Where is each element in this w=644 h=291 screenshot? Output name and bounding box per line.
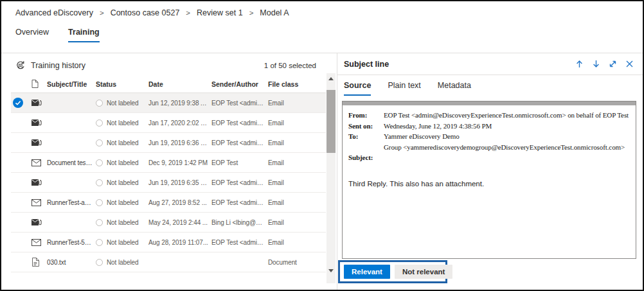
tab-training[interactable]: Training (68, 28, 100, 42)
up-arrow-icon[interactable] (575, 59, 584, 69)
breadcrumb-separator-icon: > (186, 9, 190, 17)
row-status-cell: Not labeled (96, 139, 148, 146)
row-date-cell: Dec 9, 2019 1:42 PM (148, 159, 211, 166)
row-subject-cell: 030.txt (47, 259, 96, 266)
table-row[interactable]: 030.txt Not labeled Document (11, 252, 326, 272)
row-file-type-cell (28, 139, 47, 146)
row-date-cell: Jan 17, 2020 2:02 PM (148, 119, 211, 127)
row-date-cell: Jun 12, 2019 9:38 A... (148, 100, 211, 107)
row-sender-cell: Bing Li <lbing@eDi... (211, 219, 268, 226)
file-icon (31, 80, 39, 88)
row-sender-cell: EOP Test <admin@... (211, 179, 268, 186)
training-history-icon (15, 60, 26, 71)
close-icon[interactable] (625, 59, 634, 69)
row-status-cell: Not labeled (96, 219, 148, 226)
row-file-type-cell (28, 258, 47, 267)
text-document-icon (31, 258, 39, 267)
row-subject-cell: RunnerTest-a54337... (47, 199, 96, 206)
table-row[interactable]: Not labeled Jun 19, 2019 6:36 PM EOP Tes… (11, 133, 326, 153)
table-row[interactable]: Not labeled Jun 12, 2019 9:38 A... EOP T… (11, 93, 326, 113)
column-file-class[interactable]: File class (268, 80, 326, 88)
row-date-cell: May 24, 2019 2:44 ... (148, 219, 211, 226)
list-title: Training history (31, 61, 85, 70)
email-subject-label: Subject: (348, 152, 382, 163)
row-date-cell: Aug 27, 2019 8:52 ... (148, 199, 211, 206)
email-icon (31, 199, 41, 206)
list-scrollbar[interactable] (326, 73, 335, 283)
training-history-panel: Training history 1 of 50 selected Subjec… (1, 53, 337, 291)
row-sender-cell: EOP Test <admin@... (211, 119, 268, 127)
email-attachment-icon (31, 139, 42, 146)
row-date-cell: Jun 19, 2019 6:36 PM (148, 139, 211, 146)
scrollbar-down-button[interactable] (326, 266, 335, 276)
not-relevant-button[interactable]: Not relevant (395, 265, 452, 279)
viewer-header: Subject line (337, 53, 644, 75)
tab-source[interactable]: Source (344, 81, 371, 96)
tab-overview[interactable]: Overview (15, 28, 49, 42)
relevant-button[interactable]: Relevant (344, 265, 390, 279)
status-radio-icon (96, 119, 103, 127)
table-row[interactable]: Document test afte... Not labeled Dec 9,… (11, 153, 326, 173)
table-row[interactable]: Not labeled May 24, 2019 2:44 ... Bing L… (11, 213, 326, 233)
row-select-cell[interactable] (11, 98, 28, 108)
document-viewer-panel: Subject line Source Plain text Metadata (337, 53, 644, 291)
row-sender-cell: EOP Test <admin@... (211, 199, 268, 206)
row-file-class-cell: Email (268, 199, 326, 206)
status-radio-icon (96, 259, 103, 266)
row-file-type-cell (28, 179, 47, 186)
breadcrumb-item-case[interactable]: Contoso case 0527 (111, 8, 180, 17)
email-preview: From: EOP Test <admin@eDiscoveryExperien… (342, 101, 636, 259)
viewer-title: Subject line (344, 60, 389, 69)
scrollbar-up-button[interactable] (326, 74, 335, 84)
table-row[interactable]: RunnerTest-a54337... Not labeled Aug 27,… (11, 193, 326, 213)
row-sender-cell: EOP Test <admin@... (211, 239, 268, 246)
label-buttons-callout: Relevant Not relevant (338, 260, 447, 283)
breadcrumb-item-model[interactable]: Model A (260, 8, 289, 17)
scrollbar-thumb[interactable] (326, 90, 335, 153)
row-file-class-cell: Email (268, 139, 326, 146)
row-sender-cell: EOP Test <admin@... (211, 100, 268, 107)
row-file-class-cell: Email (268, 159, 326, 166)
email-attachment-icon (31, 218, 42, 226)
row-file-class-cell: Email (268, 239, 326, 246)
column-file-type[interactable] (28, 80, 47, 88)
table-row[interactable]: Not labeled Jan 17, 2020 2:02 PM EOP Tes… (11, 113, 326, 133)
tab-metadata[interactable]: Metadata (438, 81, 471, 96)
status-radio-icon (96, 100, 103, 107)
row-file-type-cell (28, 199, 47, 206)
expand-icon[interactable] (608, 59, 618, 69)
row-file-type-cell (28, 99, 47, 107)
breadcrumb-separator-icon: > (100, 9, 104, 17)
email-from-value: EOP Test <admin@eDiscoveryExperienceTest… (384, 110, 630, 121)
row-status-cell: Not labeled (96, 199, 148, 206)
breadcrumb-separator-icon: > (249, 9, 254, 17)
column-status[interactable]: Status (96, 80, 148, 88)
breadcrumb-item-advanced-ediscovery[interactable]: Advanced eDiscovery (15, 8, 93, 17)
breadcrumb-item-review-set[interactable]: Review set 1 (197, 8, 243, 17)
status-radio-icon (96, 199, 103, 206)
status-radio-icon (96, 179, 103, 186)
table-row[interactable]: RunnerTest-525a95... Not labeled Aug 28,… (11, 233, 326, 252)
column-subject-title[interactable]: Subject/Title (47, 80, 96, 88)
advanced-ediscovery-window: Advanced eDiscovery > Contoso case 0527 … (0, 0, 644, 291)
email-icon (31, 239, 41, 246)
row-file-type-cell (28, 239, 47, 246)
breadcrumb: Advanced eDiscovery > Contoso case 0527 … (15, 8, 289, 17)
down-arrow-icon[interactable] (591, 59, 601, 69)
email-icon (31, 159, 41, 166)
row-subject-cell: Document test afte... (47, 159, 96, 166)
selected-check-icon[interactable] (13, 98, 23, 108)
column-sender-author[interactable]: Sender/Author (211, 80, 268, 88)
row-file-class-cell: Email (268, 179, 326, 186)
row-status-cell: Not labeled (96, 119, 148, 127)
email-attachment-icon (31, 179, 42, 186)
column-date[interactable]: Date (148, 80, 211, 88)
email-body: Third Reply. This also has an attachment… (348, 180, 630, 188)
email-sent-label: Sent on: (348, 121, 382, 132)
tab-plain-text[interactable]: Plain text (388, 81, 420, 96)
status-radio-icon (96, 139, 103, 146)
triangle-up-icon (328, 77, 334, 80)
table-row[interactable]: Not labeled Jun 19, 2019 6:35 PM EOP Tes… (11, 173, 326, 193)
row-status-cell: Not labeled (96, 239, 148, 246)
row-sender-cell: EOP Test (211, 159, 268, 166)
